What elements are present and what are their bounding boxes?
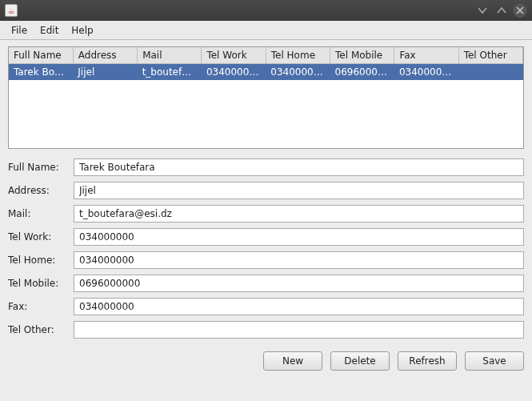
col-address[interactable]: Address — [73, 47, 137, 64]
app-icon: ☕ — [5, 4, 18, 17]
label-mail: Mail: — [8, 208, 70, 219]
col-fax[interactable]: Fax — [394, 47, 458, 64]
label-tel-mobile: Tel Mobile: — [8, 278, 70, 289]
cell-tel-mobile: 0696000… — [330, 64, 394, 81]
refresh-button[interactable]: Refresh — [398, 351, 457, 371]
label-full-name: Full Name: — [8, 162, 70, 173]
label-tel-work: Tel Work: — [8, 231, 70, 243]
button-row: New Delete Refresh Save — [8, 351, 524, 371]
input-tel-home[interactable] — [74, 251, 524, 269]
col-tel-mobile[interactable]: Tel Mobile — [330, 47, 394, 64]
contacts-table-wrap: Full Name Address Mail Tel Work Tel Home… — [8, 46, 524, 149]
col-mail[interactable]: Mail — [138, 47, 202, 64]
content-area: Full Name Address Mail Tel Work Tel Home… — [0, 40, 532, 401]
save-button[interactable]: Save — [465, 351, 524, 371]
label-fax: Fax: — [8, 301, 70, 312]
col-full-name[interactable]: Full Name — [9, 47, 73, 64]
input-fax[interactable] — [74, 298, 524, 315]
contacts-table[interactable]: Full Name Address Mail Tel Work Tel Home… — [9, 47, 523, 80]
menu-help[interactable]: Help — [65, 22, 99, 38]
label-address: Address: — [8, 185, 70, 196]
cell-tel-home: 0340000… — [266, 64, 330, 81]
input-tel-work[interactable] — [74, 228, 524, 246]
input-tel-other[interactable] — [74, 321, 524, 339]
menu-edit[interactable]: Edit — [34, 22, 65, 38]
label-tel-other: Tel Other: — [8, 324, 70, 335]
input-mail[interactable] — [74, 205, 524, 223]
cell-tel-other — [458, 64, 522, 81]
cell-mail: t_boutef… — [138, 64, 202, 81]
close-button[interactable] — [513, 3, 527, 18]
cell-full-name: Tarek Bo… — [9, 64, 73, 81]
titlebar: ☕ — [0, 0, 532, 21]
col-tel-other[interactable]: Tel Other — [458, 47, 522, 64]
menubar: File Edit Help — [0, 21, 532, 40]
menu-file[interactable]: File — [5, 22, 34, 38]
label-tel-home: Tel Home: — [8, 255, 70, 266]
input-full-name[interactable] — [74, 158, 524, 176]
col-tel-work[interactable]: Tel Work — [202, 47, 266, 64]
table-row[interactable]: Tarek Bo… Jijel t_boutef… 0340000… 03400… — [9, 64, 523, 81]
delete-button[interactable]: Delete — [330, 351, 390, 371]
input-tel-mobile[interactable] — [74, 275, 524, 292]
col-tel-home[interactable]: Tel Home — [266, 47, 330, 64]
table-header-row: Full Name Address Mail Tel Work Tel Home… — [9, 47, 523, 64]
cell-tel-work: 0340000… — [202, 64, 266, 81]
minimize-button[interactable] — [474, 2, 490, 18]
input-address[interactable] — [74, 182, 524, 199]
cell-address: Jijel — [73, 64, 137, 81]
details-form: Full Name: Address: Mail: Tel Work: Tel … — [8, 158, 524, 339]
maximize-button[interactable] — [494, 2, 510, 18]
cell-fax: 0340000… — [394, 64, 458, 81]
app-window: ☕ File Edit Help Full — [0, 0, 532, 401]
new-button[interactable]: New — [263, 351, 322, 371]
